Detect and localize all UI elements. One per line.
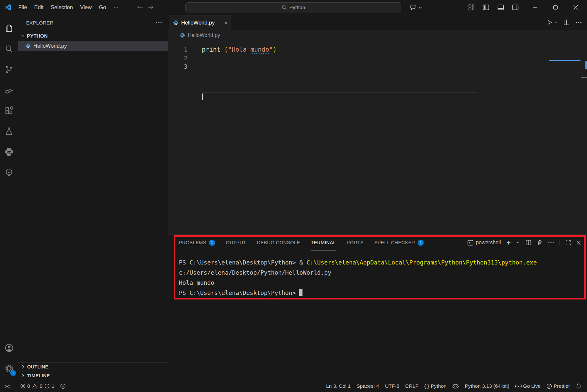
kill-terminal-trash-icon[interactable]	[537, 240, 543, 246]
minimap-code-line	[549, 60, 580, 61]
bell-icon	[576, 383, 581, 389]
tab-output[interactable]: OUTPUT	[226, 235, 246, 250]
go-live[interactable]: Go Live	[512, 380, 544, 392]
token-print: print	[202, 46, 224, 53]
scrollbar-decoration[interactable]	[585, 61, 587, 69]
split-terminal-icon[interactable]	[526, 240, 531, 246]
tab-terminal[interactable]: TERMINAL	[311, 235, 336, 250]
breadcrumb[interactable]: HelloWorld.py	[168, 30, 587, 41]
maximize-button[interactable]	[545, 0, 565, 15]
copilot-button[interactable]	[410, 0, 422, 15]
explorer-sidebar: EXPLORER PYTHON HelloWorld.py OUTLINE	[18, 15, 168, 380]
token-string: "Hola	[228, 46, 250, 53]
close-tab-icon[interactable]: ×	[224, 20, 227, 26]
menu-go[interactable]: Go	[95, 3, 110, 12]
more-actions-icon[interactable]	[576, 22, 582, 23]
tab-debug-console[interactable]: DEBUG CONSOLE	[257, 235, 300, 250]
window-controls	[525, 0, 586, 15]
go-live-label: Go Live	[523, 383, 541, 389]
terminal-shell-selector[interactable]: powershell	[467, 240, 501, 246]
terminal-line-wrapped: PS C:\Users\elena\Desktop\Python> & C:\U…	[179, 257, 587, 278]
editor-tab-bar: HelloWorld.py ×	[168, 15, 587, 30]
token-paren-open: (	[224, 46, 228, 53]
run-and-debug-icon[interactable]	[0, 80, 18, 100]
code-line-1: 1 print ("Hola mundo")	[168, 45, 587, 54]
prettier-label: Prettier	[554, 383, 570, 389]
file-name: HelloWorld.py	[33, 43, 67, 49]
project-tree-icon[interactable]	[0, 162, 18, 183]
copilot-chat-icon	[410, 4, 417, 11]
terminal-output[interactable]: PS C:\Users\elena\Desktop\Python> & C:\U…	[168, 250, 587, 298]
source-control-icon[interactable]	[0, 59, 18, 80]
outline-section[interactable]: OUTLINE	[18, 362, 168, 371]
language-mode[interactable]: { } Python	[422, 380, 450, 392]
split-editor-icon[interactable]	[563, 19, 570, 26]
breadcrumb-file[interactable]: HelloWorld.py	[188, 32, 220, 38]
indentation[interactable]: Spaces: 4	[354, 380, 382, 392]
customize-layout-icon[interactable]	[468, 4, 475, 10]
toggle-primary-sidebar-icon[interactable]	[483, 4, 489, 10]
tab-label: SPELL CHECKER	[374, 240, 415, 245]
launch-profile-chevron-icon[interactable]	[516, 241, 520, 244]
menu-view[interactable]: View	[77, 3, 95, 12]
search-icon	[282, 5, 287, 10]
new-terminal-icon[interactable]: +	[507, 239, 511, 247]
menu-selection[interactable]: Selection	[47, 3, 77, 12]
folder-name: PYTHON	[27, 33, 48, 39]
prettier-status[interactable]: Prettier	[544, 380, 573, 392]
accounts-icon[interactable]	[0, 337, 18, 358]
explorer-icon[interactable]	[0, 18, 18, 39]
text-cursor	[202, 94, 203, 100]
tab-helloworld[interactable]: HelloWorld.py ×	[169, 15, 231, 30]
tab-problems[interactable]: PROBLEMS 1	[179, 235, 215, 250]
extensions-icon[interactable]	[0, 100, 18, 121]
copilot-status[interactable]	[449, 380, 462, 392]
python-file-icon	[173, 20, 179, 26]
python-extension-icon[interactable]	[0, 142, 18, 162]
tab-spell-checker[interactable]: SPELL CHECKER 1	[374, 235, 424, 250]
cursor-position[interactable]: Ln 3, Col 1	[323, 380, 354, 392]
eol-sequence[interactable]: CRLF	[402, 380, 421, 392]
run-python-file-button[interactable]	[546, 19, 557, 26]
go-back-icon[interactable]: ←	[137, 4, 143, 11]
file-item-helloworld[interactable]: HelloWorld.py	[18, 41, 168, 51]
folder-section-python[interactable]: PYTHON	[18, 30, 168, 41]
chevron-down-icon	[21, 33, 25, 38]
menu-file[interactable]: File	[15, 3, 31, 12]
vscode-window: File Edit Selection View Go ··· ← → Pyth…	[0, 0, 587, 392]
timeline-section[interactable]: TIMELINE	[18, 371, 168, 380]
command-center-search[interactable]: Python	[185, 2, 401, 12]
code-content: print ("Hola mundo")	[202, 46, 277, 53]
toggle-secondary-sidebar-icon[interactable]	[512, 4, 519, 10]
editor-region: HelloWorld.py ×	[168, 15, 587, 380]
sidebar-title: EXPLORER	[26, 20, 53, 26]
history-navigation: ← →	[137, 4, 153, 11]
problems-status[interactable]: 0 0 1	[17, 380, 58, 392]
tab-ports[interactable]: PORTS	[347, 235, 364, 250]
python-exe-path: C:\Users\elena\AppData\Local\Programs\Py…	[306, 259, 537, 266]
menu-edit[interactable]: Edit	[31, 3, 47, 12]
python-interpreter[interactable]: Python 3.13 (64-bit)	[462, 380, 512, 392]
panel-more-actions-icon[interactable]	[548, 242, 554, 244]
go-forward-icon[interactable]: →	[148, 4, 154, 11]
menu-more[interactable]: ···	[110, 3, 122, 12]
close-panel-icon[interactable]	[577, 240, 581, 245]
close-window-button[interactable]	[565, 0, 586, 15]
timeline-label: TIMELINE	[27, 373, 50, 378]
search-value: Python	[289, 5, 305, 10]
search-sidebar-icon[interactable]	[0, 39, 18, 59]
warning-count: 0	[40, 383, 43, 389]
run-icon	[546, 19, 553, 26]
sidebar-more-actions-icon[interactable]	[156, 22, 162, 24]
notifications[interactable]	[573, 380, 584, 392]
chevron-right-icon	[21, 373, 25, 378]
check-status[interactable]	[57, 380, 69, 392]
manage-gear-icon[interactable]: 1	[0, 358, 18, 379]
minimize-button[interactable]	[525, 0, 545, 15]
tab-label: PORTS	[347, 240, 364, 245]
encoding[interactable]: UTF-8	[382, 380, 402, 392]
maximize-panel-icon[interactable]	[565, 240, 571, 246]
remote-indicator[interactable]: ><	[2, 380, 12, 392]
toggle-panel-icon[interactable]	[497, 4, 504, 10]
testing-icon[interactable]	[0, 121, 18, 142]
